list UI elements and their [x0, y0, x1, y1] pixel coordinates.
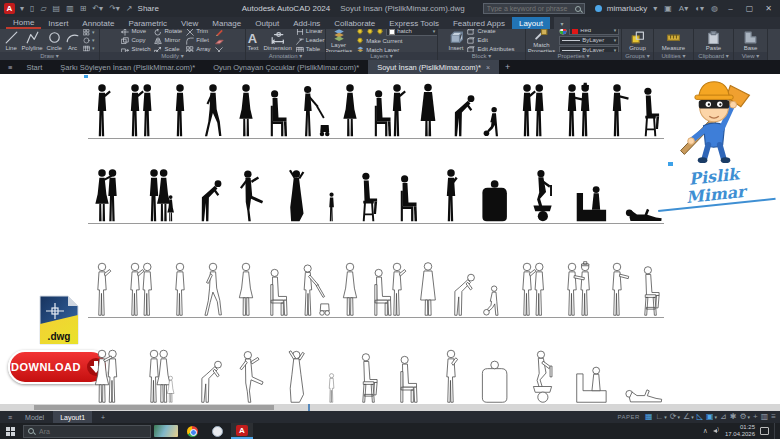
linetype-dropdown[interactable]: ByLayer▾ [559, 36, 619, 45]
figure-childStand[interactable] [323, 348, 341, 404]
figure-bike[interactable] [525, 348, 558, 404]
figure-stoolSit[interactable] [636, 82, 664, 138]
app-store-icon[interactable]: ▣ [663, 4, 673, 13]
redo-icon[interactable]: ↷▾ [108, 4, 121, 13]
ribbon-tab-insert[interactable]: Insert [41, 17, 75, 29]
figure-bend[interactable] [194, 348, 224, 404]
share-label[interactable]: Share [138, 4, 159, 13]
ribbon-button-match-properties[interactable]: MatchProperties [528, 29, 555, 52]
file-tab-0[interactable]: Start [17, 60, 51, 74]
figure-reach[interactable] [603, 261, 631, 317]
figure-bend[interactable] [447, 82, 477, 138]
ribbon-tab-express-tools[interactable]: Express Tools [382, 17, 446, 29]
layer-dropdown[interactable]: hatch▾ [356, 29, 437, 36]
model-tab[interactable]: Model [18, 411, 51, 423]
ribbon-tab-layout[interactable]: Layout [512, 17, 550, 29]
status-workspace-icon[interactable]: ⚙▾ [739, 412, 750, 422]
figure-childBall[interactable] [481, 82, 507, 138]
ribbon-button-circle[interactable]: Circle [47, 31, 62, 51]
figure-pairTalk[interactable] [513, 261, 553, 317]
show-desktop-button[interactable] [774, 423, 777, 439]
draw-extra-tools[interactable]: ▾▾▾ [83, 29, 95, 52]
figure-bend[interactable] [194, 167, 224, 223]
new-file-icon[interactable]: ▯ [29, 4, 35, 13]
figure-talk[interactable] [88, 82, 116, 138]
panel-footer-view[interactable]: View ▾ [734, 52, 767, 60]
ribbon-button-move[interactable]: Move [121, 29, 150, 36]
figure-pairShake[interactable] [558, 261, 598, 317]
panel-footer-clipboard[interactable]: Clipboard ▾ [694, 52, 733, 60]
tray-expand-icon[interactable]: ∧ [703, 427, 708, 435]
app-menu-caret-icon[interactable]: ▾ [19, 4, 25, 13]
panel-footer-utilities[interactable]: Utilities ▾ [654, 52, 693, 60]
panel-footer-annotation[interactable]: Annotation ▾ [246, 52, 325, 60]
status-dynamic-input-icon[interactable]: ⟳▾ [670, 412, 680, 422]
chrome-taskbar-icon[interactable] [181, 423, 203, 439]
ribbon-button-line[interactable]: Line [5, 31, 18, 51]
close-button[interactable]: ✕ [761, 4, 776, 13]
ribbon-button-linear[interactable]: Linear [296, 29, 325, 36]
figure-coat[interactable] [414, 82, 442, 138]
ribbon-button-paste[interactable]: Paste [706, 31, 721, 51]
ribbon-tab-add-ins[interactable]: Add-ins [286, 17, 327, 29]
autocad-app-icon[interactable]: A [4, 3, 15, 14]
figure-dancer[interactable] [282, 348, 310, 404]
file-tab-menu-icon[interactable]: ≡ [3, 60, 17, 74]
ribbon-tab-collaborate[interactable]: Collaborate [327, 17, 382, 29]
figure-coat[interactable] [414, 261, 442, 317]
status-annotation-scale-icon[interactable]: ✱ [730, 412, 737, 422]
status-clean-screen-icon[interactable]: + [753, 412, 758, 422]
taskbar-search-box[interactable] [23, 425, 151, 438]
ribbon-button-group[interactable]: Group [629, 31, 646, 51]
ribbon-button-make-current[interactable]: Make Current [356, 37, 437, 45]
status-object-snap-icon[interactable]: ▣▾ [706, 412, 717, 422]
status-customization-icon[interactable]: ≡ [771, 412, 776, 422]
autocad-taskbar-icon[interactable]: A [231, 423, 253, 439]
save-icon[interactable]: ▤ [52, 4, 62, 13]
figure-lie[interactable] [624, 167, 664, 223]
paper-space-label[interactable]: PAPER [618, 414, 640, 420]
figure-bike[interactable] [525, 167, 558, 223]
drawing-canvas[interactable]: .dwg DOWNLOAD Pislik Mimar [0, 74, 780, 404]
open-file-icon[interactable]: ▱ [39, 4, 47, 13]
ribbon-button-fillet[interactable]: Fillet [186, 37, 210, 45]
help-search-input[interactable] [487, 5, 572, 12]
figure-walk[interactable] [199, 82, 227, 138]
new-drawing-tab-button[interactable]: + [499, 60, 516, 74]
figure-talk[interactable] [88, 261, 116, 317]
figure-pairTalk[interactable] [513, 82, 553, 138]
figure-sitChair[interactable] [395, 167, 423, 223]
action-center-icon[interactable] [760, 427, 769, 435]
app-taskbar-icon[interactable] [206, 423, 228, 439]
panel-footer-modify[interactable]: Modify ▾ [100, 52, 245, 60]
figure-drink[interactable] [437, 348, 465, 404]
figure-dress[interactable] [336, 261, 364, 317]
figure-bend[interactable] [447, 261, 477, 317]
new-layout-button[interactable]: + [94, 411, 112, 423]
figure-childBall[interactable] [481, 261, 507, 317]
ribbon-button-edit[interactable]: Edit [467, 37, 514, 45]
maximize-button[interactable]: ▢ [742, 4, 757, 13]
figure-pairChild[interactable] [140, 167, 180, 223]
panel-footer-layers[interactable]: Layers ▾ [326, 52, 437, 60]
ribbon-button-layer-properties[interactable]: LayerProperties [326, 29, 352, 52]
figure-barber[interactable] [369, 261, 409, 317]
figure-reach[interactable] [603, 82, 631, 138]
figure-kick[interactable] [237, 348, 269, 404]
status-lineweight-icon[interactable]: ⊿ [720, 412, 727, 422]
ribbon-button-text[interactable]: AText [246, 31, 259, 51]
volume-icon[interactable] [713, 428, 720, 434]
help-search-box[interactable] [483, 3, 585, 14]
ribbon-button-rotate[interactable]: Rotate [154, 29, 182, 36]
figure-danceCouple[interactable] [88, 348, 127, 404]
figure-danceCouple[interactable] [88, 167, 127, 223]
figure-dress[interactable] [336, 82, 364, 138]
autodesk-account-icon[interactable]: A▾ [678, 4, 689, 13]
figure-sofa[interactable] [572, 167, 611, 223]
user-menu-caret-icon[interactable]: ▾ [652, 4, 658, 13]
save-as-icon[interactable]: ▥ [65, 4, 75, 13]
ribbon-button-measure[interactable]: Measure [662, 31, 685, 51]
user-avatar-icon[interactable] [595, 5, 602, 12]
ribbon-button-mirror[interactable]: Mirror [154, 37, 182, 45]
figure-barber[interactable] [369, 82, 409, 138]
